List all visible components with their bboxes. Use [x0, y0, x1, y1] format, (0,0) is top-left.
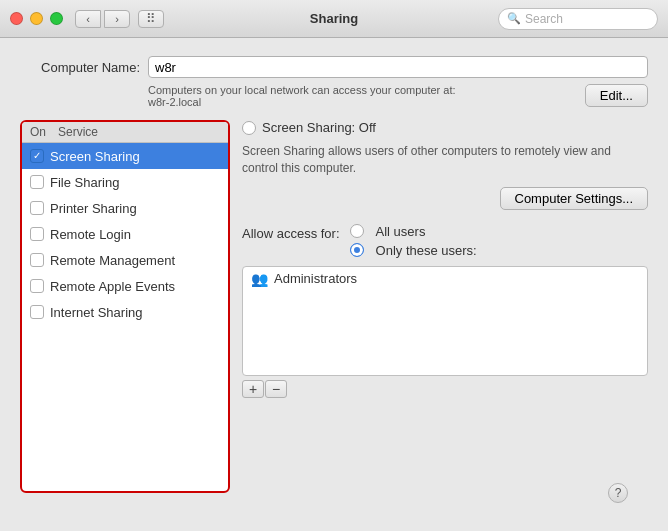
service-checkbox-remote-login[interactable] [30, 227, 44, 241]
forward-button[interactable]: › [104, 10, 130, 28]
computer-settings-row: Computer Settings... [242, 187, 648, 210]
service-item-screen-sharing[interactable]: Screen Sharing [22, 143, 228, 169]
service-item-printer-sharing[interactable]: Printer Sharing [22, 195, 228, 221]
window-title: Sharing [310, 11, 358, 26]
description-text: Screen Sharing allows users of other com… [242, 143, 648, 177]
service-name-file-sharing: File Sharing [50, 175, 119, 190]
add-user-button[interactable]: + [242, 380, 264, 398]
service-checkbox-file-sharing[interactable] [30, 175, 44, 189]
computer-name-input[interactable] [148, 56, 648, 78]
radio-options: All users Only these users: [350, 224, 477, 258]
service-item-file-sharing[interactable]: File Sharing [22, 169, 228, 195]
service-item-internet-sharing[interactable]: Internet Sharing [22, 299, 228, 325]
grid-button[interactable]: ⠿ [138, 10, 164, 28]
status-label: Screen Sharing: Off [262, 120, 376, 135]
search-box[interactable]: 🔍 [498, 8, 658, 30]
service-col-service: Service [58, 125, 98, 139]
status-radio[interactable] [242, 121, 256, 135]
radio-only-users-row: Only these users: [350, 243, 477, 258]
service-list: Screen Sharing File Sharing Printer Shar… [22, 143, 228, 491]
service-header: On Service [22, 122, 228, 143]
service-panel: On Service Screen Sharing File Sharing P… [20, 120, 230, 493]
computer-name-row: Computer Name: [20, 56, 648, 78]
service-name-screen-sharing: Screen Sharing [50, 149, 140, 164]
search-icon: 🔍 [507, 12, 521, 25]
detail-panel: Screen Sharing: Off Screen Sharing allow… [242, 120, 648, 493]
computer-name-sub: Computers on your local network can acce… [148, 84, 648, 108]
service-checkbox-internet-sharing[interactable] [30, 305, 44, 319]
service-item-remote-apple-events[interactable]: Remote Apple Events [22, 273, 228, 299]
help-button[interactable]: ? [608, 483, 628, 503]
radio-all-users-label: All users [376, 224, 426, 239]
lower-section: On Service Screen Sharing File Sharing P… [20, 120, 648, 493]
edit-button[interactable]: Edit... [585, 84, 648, 107]
radio-only-users-label: Only these users: [376, 243, 477, 258]
service-checkbox-screen-sharing[interactable] [30, 149, 44, 163]
remove-user-button[interactable]: − [265, 380, 287, 398]
close-button[interactable] [10, 12, 23, 25]
service-item-remote-login[interactable]: Remote Login [22, 221, 228, 247]
user-item-administrators[interactable]: 👥 Administrators [243, 267, 647, 291]
screen-sharing-status: Screen Sharing: Off [242, 120, 648, 135]
titlebar: ‹ › ⠿ Sharing 🔍 [0, 0, 668, 38]
maximize-button[interactable] [50, 12, 63, 25]
users-list-container: 👥 Administrators + − [242, 266, 648, 493]
radio-only-users[interactable] [350, 243, 364, 257]
users-list: 👥 Administrators [242, 266, 648, 376]
computer-name-label: Computer Name: [20, 60, 140, 75]
service-checkbox-remote-management[interactable] [30, 253, 44, 267]
service-name-remote-apple-events: Remote Apple Events [50, 279, 175, 294]
back-button[interactable]: ‹ [75, 10, 101, 28]
minimize-button[interactable] [30, 12, 43, 25]
allow-access-label: Allow access for: [242, 226, 340, 241]
list-controls: + − [242, 380, 648, 398]
main-content: Computer Name: Computers on your local n… [0, 38, 668, 531]
user-group-icon: 👥 [251, 271, 268, 287]
radio-all-users-row: All users [350, 224, 477, 239]
bottom-bar: ? [20, 493, 648, 517]
service-col-on: On [30, 125, 58, 139]
service-name-printer-sharing: Printer Sharing [50, 201, 137, 216]
search-input[interactable] [525, 12, 649, 26]
user-name-administrators: Administrators [274, 271, 357, 286]
service-item-remote-management[interactable]: Remote Management [22, 247, 228, 273]
service-checkbox-printer-sharing[interactable] [30, 201, 44, 215]
service-checkbox-remote-apple-events[interactable] [30, 279, 44, 293]
computer-name-sub-text: Computers on your local network can acce… [148, 84, 573, 108]
allow-access-row: Allow access for: All users Only these u… [242, 224, 648, 258]
service-name-remote-management: Remote Management [50, 253, 175, 268]
computer-settings-button[interactable]: Computer Settings... [500, 187, 649, 210]
traffic-lights [10, 12, 63, 25]
radio-all-users[interactable] [350, 224, 364, 238]
nav-buttons: ‹ › [75, 10, 130, 28]
service-name-internet-sharing: Internet Sharing [50, 305, 143, 320]
service-name-remote-login: Remote Login [50, 227, 131, 242]
